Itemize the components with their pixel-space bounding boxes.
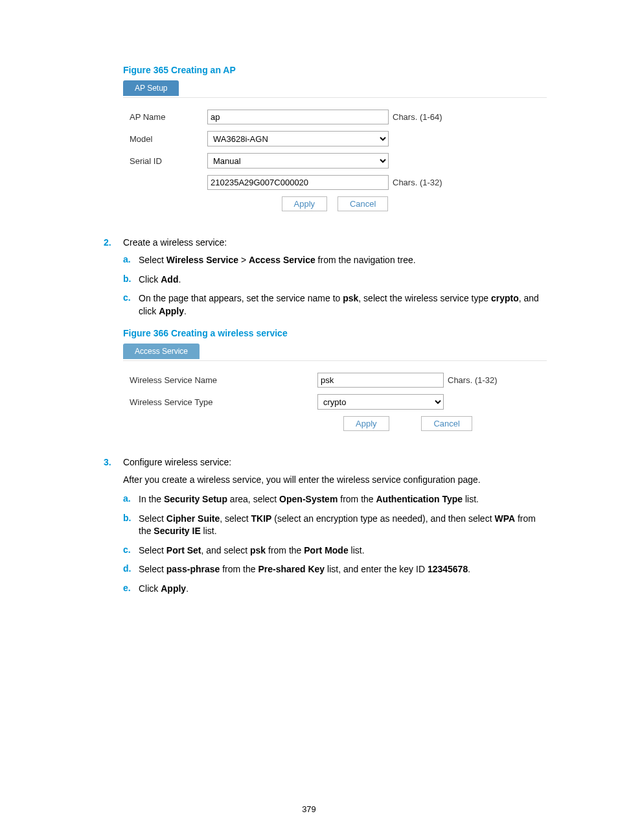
step-2b: b. Click Add. xyxy=(123,274,547,286)
ap-setup-panel: AP Setup AP Name Chars. (1-64) Model WA3… xyxy=(123,80,547,218)
cancel-button-2[interactable]: Cancel xyxy=(421,416,472,431)
step-3-after: After you create a wireless service, you… xyxy=(123,474,547,487)
ap-setup-buttons: Apply Cancel xyxy=(130,196,540,211)
cancel-button[interactable]: Cancel xyxy=(338,196,388,211)
tab-bar: AP Setup xyxy=(123,80,547,97)
tab-access-service[interactable]: Access Service xyxy=(123,344,200,359)
step-2c: c. On the page that appears, set the ser… xyxy=(123,292,547,318)
ws-name-input[interactable] xyxy=(317,373,444,388)
step-3a: a. In the Security Setup area, select Op… xyxy=(123,493,547,506)
ap-setup-form: AP Name Chars. (1-64) Model WA3628i-AGN … xyxy=(123,97,547,218)
apname-label: AP Name xyxy=(130,112,207,122)
serial-mode-select[interactable]: Manual xyxy=(207,153,389,169)
access-service-buttons: Apply Cancel xyxy=(130,416,540,431)
model-label: Model xyxy=(130,134,207,144)
apply-button[interactable]: Apply xyxy=(282,196,328,211)
step-3: 3. Configure wireless service: After you… xyxy=(104,457,547,595)
step-2: 2. Create a wireless service: a. Select … xyxy=(104,237,547,318)
ws-type-label: Wireless Service Type xyxy=(130,397,317,407)
tab-bar-2: Access Service xyxy=(123,344,547,360)
access-service-panel: Access Service Wireless Service Name Cha… xyxy=(123,344,547,438)
page-number: 379 xyxy=(0,804,618,814)
figure-365-caption: Figure 365 Creating an AP xyxy=(123,65,547,75)
apname-input[interactable] xyxy=(207,110,389,124)
access-service-form: Wireless Service Name Chars. (1-32) Wire… xyxy=(123,360,547,438)
step-3b: b. Select Cipher Suite, select TKIP (sel… xyxy=(123,513,547,538)
serial-input[interactable] xyxy=(207,175,389,190)
step-2-intro: Create a wireless service: xyxy=(123,237,512,248)
tab-ap-setup[interactable]: AP Setup xyxy=(123,80,179,96)
ws-name-hint: Chars. (1-32) xyxy=(448,375,498,385)
serial-hint: Chars. (1-32) xyxy=(393,178,442,187)
figure-366-caption: Figure 366 Creating a wireless service xyxy=(123,328,547,338)
step-2-num: 2. xyxy=(104,237,120,248)
model-select[interactable]: WA3628i-AGN xyxy=(207,131,389,146)
step-3d: d. Select pass-phrase from the Pre-share… xyxy=(123,563,547,576)
page: Figure 365 Creating an AP AP Setup AP Na… xyxy=(0,0,618,840)
apname-hint: Chars. (1-64) xyxy=(393,112,442,122)
step-3-num: 3. xyxy=(104,457,120,467)
step-3c: c. Select Port Set, and select psk from … xyxy=(123,544,547,557)
step-3e: e. Click Apply. xyxy=(123,583,547,596)
serial-label: Serial ID xyxy=(130,156,207,166)
step-2a: a. Select Wireless Service > Access Serv… xyxy=(123,254,547,267)
ws-type-select[interactable]: crypto xyxy=(317,394,444,410)
ws-name-label: Wireless Service Name xyxy=(130,375,317,385)
step-3-intro: Configure wireless service: xyxy=(123,457,512,467)
apply-button-2[interactable]: Apply xyxy=(343,416,389,431)
